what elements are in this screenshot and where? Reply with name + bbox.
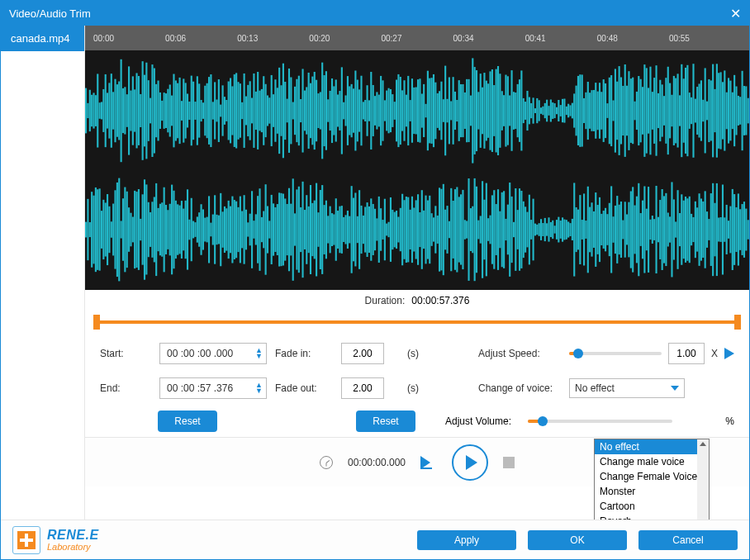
fade-in-input[interactable] — [341, 343, 384, 364]
svg-rect-278 — [626, 86, 628, 136]
timeline-ruler: 00:00 00:06 00:13 00:20 00:27 00:34 00:4… — [85, 26, 749, 50]
speed-slider[interactable] — [569, 352, 662, 355]
svg-rect-98 — [274, 79, 276, 142]
slider-thumb[interactable] — [538, 416, 548, 426]
reset-fade-button[interactable]: Reset — [356, 411, 415, 432]
voice-option[interactable]: Reverb — [595, 514, 709, 520]
trim-range-bar[interactable] — [93, 315, 741, 330]
voice-selected-value: No effect — [575, 382, 615, 394]
svg-rect-240 — [552, 102, 553, 119]
svg-rect-679 — [743, 202, 745, 258]
svg-rect-618 — [624, 202, 626, 257]
svg-rect-24 — [130, 91, 131, 131]
trim-handle-end[interactable] — [734, 315, 741, 330]
svg-rect-680 — [745, 209, 747, 251]
seconds-suffix: (s) — [407, 382, 432, 394]
svg-rect-632 — [652, 216, 653, 244]
svg-rect-530 — [453, 201, 454, 259]
svg-rect-548 — [487, 218, 489, 241]
svg-rect-7 — [97, 74, 98, 147]
speed-control: X — [569, 343, 734, 364]
svg-rect-506 — [406, 197, 407, 263]
svg-rect-96 — [271, 75, 273, 146]
svg-rect-458 — [311, 203, 313, 256]
svg-rect-61 — [202, 102, 204, 119]
svg-rect-651 — [689, 197, 691, 263]
svg-rect-383 — [165, 205, 167, 254]
svg-rect-477 — [349, 216, 350, 244]
voice-option[interactable]: Change Female Voice — [595, 469, 709, 484]
spinner-arrows-icon[interactable]: ▲▼ — [255, 382, 263, 394]
svg-rect-389 — [177, 204, 178, 254]
svg-rect-23 — [128, 66, 130, 154]
voice-option[interactable]: No effect — [595, 439, 709, 454]
svg-rect-125 — [327, 99, 329, 121]
svg-rect-219 — [511, 70, 513, 151]
voice-effect-dropdown[interactable]: No effect — [569, 378, 685, 398]
ruler-tick: 00:55 — [669, 34, 741, 43]
close-icon[interactable]: ✕ — [730, 6, 741, 21]
sidebar-item-file[interactable]: canada.mp4 — [1, 26, 84, 51]
ok-button[interactable]: OK — [528, 530, 627, 550]
play-preview-speed-icon[interactable] — [724, 348, 734, 359]
svg-rect-519 — [431, 213, 433, 246]
svg-rect-464 — [323, 205, 325, 254]
svg-rect-149 — [374, 96, 376, 126]
apply-button[interactable]: Apply — [417, 530, 516, 550]
volume-slider[interactable] — [528, 420, 672, 423]
svg-rect-326 — [720, 72, 722, 149]
svg-rect-172 — [419, 78, 420, 142]
slider-thumb[interactable] — [573, 349, 583, 358]
svg-rect-508 — [410, 210, 411, 249]
svg-rect-366 — [132, 217, 134, 243]
reset-time-button[interactable]: Reset — [158, 411, 217, 432]
cancel-button[interactable]: Cancel — [638, 530, 738, 550]
svg-rect-501 — [396, 211, 397, 249]
svg-rect-576 — [542, 223, 544, 236]
start-time-input[interactable]: 00 :00 :00 .000 ▲▼ — [159, 343, 267, 364]
svg-rect-672 — [729, 206, 731, 254]
waveform-display[interactable] — [85, 50, 749, 290]
spinner-arrows-icon[interactable]: ▲▼ — [255, 348, 263, 359]
svg-rect-488 — [370, 198, 372, 260]
svg-rect-543 — [477, 221, 479, 240]
play-button[interactable] — [452, 444, 488, 481]
fade-out-input[interactable] — [341, 377, 384, 399]
speed-value-input[interactable] — [668, 343, 705, 364]
svg-rect-146 — [368, 100, 370, 121]
svg-rect-505 — [403, 200, 405, 259]
svg-rect-336 — [739, 97, 741, 125]
svg-rect-481 — [357, 216, 358, 243]
dropdown-scrollbar[interactable] — [697, 439, 709, 520]
svg-rect-663 — [712, 183, 714, 276]
goto-end-icon[interactable] — [420, 456, 437, 469]
svg-rect-266 — [603, 79, 605, 142]
svg-rect-53 — [187, 93, 188, 127]
svg-rect-411 — [220, 193, 221, 266]
voice-option[interactable]: Cartoon — [595, 499, 709, 514]
svg-rect-267 — [605, 83, 606, 138]
stop-button[interactable] — [503, 457, 515, 468]
svg-rect-539 — [470, 208, 472, 251]
svg-rect-93 — [265, 84, 267, 137]
svg-rect-340 — [748, 98, 749, 124]
svg-rect-49 — [179, 78, 181, 144]
svg-rect-199 — [472, 58, 473, 163]
svg-rect-265 — [600, 92, 602, 130]
svg-rect-176 — [427, 71, 429, 151]
voice-effect-dropdown-list[interactable]: No effect Change male voice Change Femal… — [594, 439, 710, 520]
svg-rect-602 — [593, 211, 595, 248]
trim-handle-start[interactable] — [93, 315, 100, 330]
voice-option[interactable]: Change male voice — [595, 454, 709, 469]
svg-rect-293 — [655, 65, 657, 156]
svg-rect-5 — [93, 93, 94, 128]
voice-option[interactable]: Monster — [595, 484, 709, 499]
brand-subtitle: Laboratory — [47, 543, 99, 552]
svg-rect-631 — [649, 220, 651, 240]
svg-rect-206 — [486, 81, 487, 141]
svg-rect-263 — [597, 92, 599, 131]
svg-rect-249 — [569, 105, 571, 116]
end-time-input[interactable]: 00 :00 :57 .376 ▲▼ — [159, 377, 267, 399]
svg-rect-119 — [316, 80, 317, 142]
svg-rect-67 — [214, 82, 216, 139]
